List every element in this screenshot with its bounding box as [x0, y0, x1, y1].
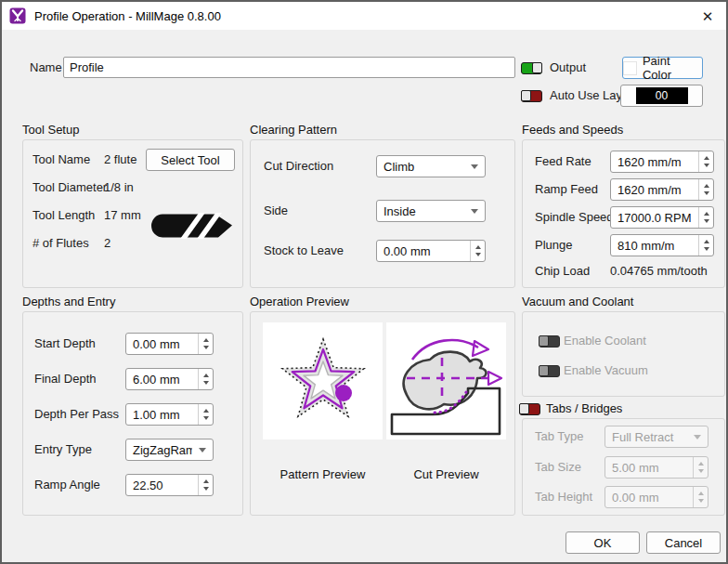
toggle-knob	[532, 62, 542, 73]
final-depth-label: Final Depth	[34, 372, 96, 386]
tab-height-value: 0.00 mm	[605, 487, 693, 507]
cut-preview-caption: Cut Preview	[386, 467, 506, 481]
enable-coolant-toggle	[539, 335, 560, 348]
depth-per-pass-value[interactable]: 1.00 mm	[126, 404, 198, 425]
spinner-buttons[interactable]	[698, 235, 713, 256]
spin-down-icon	[203, 416, 209, 420]
spinner-buttons[interactable]	[698, 207, 713, 228]
final-depth-input[interactable]: 6.00 mm	[125, 368, 214, 390]
tab-type-dropdown: Full Retract	[604, 426, 708, 448]
feed-rate-value[interactable]: 1620 mm/m	[611, 151, 698, 172]
tab-height-label: Tab Height	[535, 490, 592, 504]
cut-preview-image	[386, 322, 506, 439]
spindle-speed-label: Spindle Speed	[535, 210, 614, 224]
layer-select-button[interactable]: 00	[620, 85, 703, 107]
tool-length-label: Tool Length	[32, 208, 95, 222]
name-label: Name	[30, 60, 62, 74]
paint-color-button[interactable]: Paint Color	[622, 57, 703, 79]
spinner-buttons[interactable]	[470, 241, 485, 261]
plunge-value[interactable]: 810 mm/m	[611, 235, 698, 256]
spin-down-icon	[475, 253, 481, 256]
spin-up-icon	[203, 409, 209, 413]
tabs-bridges-toggle[interactable]	[519, 403, 540, 415]
spin-up-icon	[704, 156, 709, 160]
tool-diameter-label: Tool Diameter	[32, 180, 107, 194]
side-dropdown[interactable]: Inside	[376, 200, 486, 222]
side-value: Inside	[377, 204, 464, 218]
plunge-input[interactable]: 810 mm/m	[610, 234, 714, 256]
close-icon[interactable]: ✕	[698, 7, 717, 26]
spin-down-icon	[704, 219, 709, 223]
tool-diameter-value: 1/8 in	[104, 180, 134, 194]
num-flutes-value: 2	[104, 236, 110, 250]
spindle-speed-input[interactable]: 17000.0 RPM	[610, 206, 714, 229]
cancel-button[interactable]: Cancel	[646, 531, 721, 554]
spinner-buttons[interactable]	[198, 334, 213, 354]
enable-coolant-label: Enable Coolant	[564, 334, 646, 348]
ramp-angle-value[interactable]: 22.50	[126, 475, 198, 495]
cancel-label: Cancel	[665, 536, 702, 550]
plunge-label: Plunge	[535, 238, 572, 252]
tool-setup-title: Tool Setup	[22, 123, 79, 137]
spinner-buttons	[693, 487, 708, 507]
paint-color-swatch	[623, 61, 637, 75]
ramp-feed-value[interactable]: 1620 mm/m	[611, 179, 698, 200]
spinner-buttons[interactable]	[198, 475, 213, 495]
stock-to-leave-value[interactable]: 0.00 mm	[377, 241, 470, 261]
pattern-preview-caption: Pattern Preview	[263, 467, 383, 481]
layer-value: 00	[636, 87, 688, 104]
toggle-knob	[539, 335, 549, 347]
feed-rate-input[interactable]: 1620 mm/m	[610, 151, 714, 173]
chevron-down-icon	[687, 435, 708, 439]
stock-to-leave-input[interactable]: 0.00 mm	[376, 240, 486, 262]
entry-type-label: Entry Type	[34, 442, 92, 456]
start-depth-label: Start Depth	[34, 336, 96, 350]
chevron-down-icon	[464, 164, 485, 169]
ramp-angle-input[interactable]: 22.50	[125, 474, 214, 496]
entry-type-dropdown[interactable]: ZigZagRamp	[125, 439, 214, 461]
output-label: Output	[550, 60, 586, 74]
name-input[interactable]	[63, 57, 515, 78]
ok-button[interactable]: OK	[566, 531, 640, 554]
spinner-buttons[interactable]	[698, 179, 713, 200]
tab-height-input: 0.00 mm	[604, 486, 708, 508]
depths-entry-title: Depths and Entry	[22, 295, 115, 308]
tool-name-label: Tool Name	[32, 152, 90, 166]
profile-operation-dialog: Profile Operation - MillMage 0.8.00 ✕ Na…	[0, 0, 728, 564]
toggle-knob	[519, 403, 529, 414]
spin-down-icon	[203, 381, 209, 385]
tool-name-value: 2 flute	[104, 152, 136, 166]
spin-down-icon	[704, 164, 709, 167]
enable-vacuum-toggle	[539, 365, 560, 377]
enable-vacuum-label: Enable Vacuum	[564, 363, 648, 377]
spinner-buttons[interactable]	[198, 404, 213, 425]
start-depth-value[interactable]: 0.00 mm	[126, 334, 198, 354]
tab-size-input: 5.00 mm	[604, 456, 708, 479]
titlebar[interactable]: Profile Operation - MillMage 0.8.00 ✕	[2, 2, 726, 30]
output-toggle[interactable]	[521, 62, 542, 74]
final-depth-value[interactable]: 6.00 mm	[126, 369, 198, 389]
vacuum-coolant-group	[522, 311, 725, 397]
spin-down-icon	[698, 499, 704, 503]
tabs-bridges-title: Tabs / Bridges	[546, 401, 622, 415]
spinner-buttons[interactable]	[698, 151, 713, 172]
spindle-speed-value[interactable]: 17000.0 RPM	[611, 207, 698, 228]
stock-to-leave-label: Stock to Leave	[264, 243, 344, 257]
select-tool-button[interactable]: Select Tool	[146, 149, 235, 171]
tab-size-label: Tab Size	[535, 460, 581, 474]
ramp-angle-label: Ramp Angle	[34, 478, 100, 492]
cut-direction-dropdown[interactable]: Climb	[376, 155, 486, 177]
side-label: Side	[264, 203, 288, 217]
ramp-feed-label: Ramp Feed	[535, 182, 598, 196]
operation-preview-title: Operation Preview	[250, 295, 349, 308]
depth-per-pass-input[interactable]: 1.00 mm	[125, 403, 214, 426]
auto-use-layer-toggle[interactable]	[521, 90, 542, 102]
chevron-down-icon	[192, 448, 213, 453]
start-depth-input[interactable]: 0.00 mm	[125, 333, 214, 355]
cut-direction-value: Climb	[377, 160, 464, 174]
spin-down-icon	[203, 487, 209, 491]
feeds-speeds-title: Feeds and Speeds	[522, 123, 623, 137]
spinner-buttons[interactable]	[198, 369, 213, 389]
ramp-feed-input[interactable]: 1620 mm/m	[610, 178, 714, 201]
spin-down-icon	[704, 247, 709, 251]
